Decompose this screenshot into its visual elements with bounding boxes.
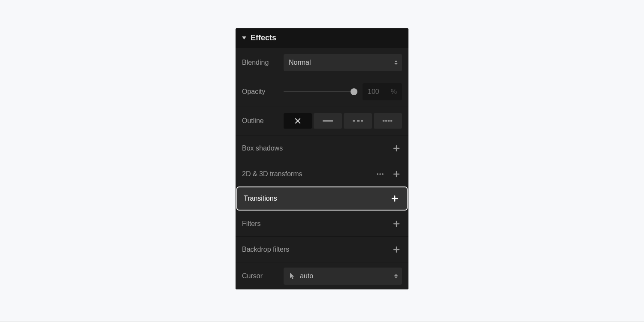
add-backdrop-filter-button[interactable]: [391, 244, 402, 255]
label-outline: Outline: [242, 117, 278, 125]
plus-icon: [391, 195, 398, 202]
cursor-select[interactable]: auto: [284, 268, 402, 285]
outline-dashed-button[interactable]: [344, 113, 372, 129]
section-header-effects[interactable]: Effects: [236, 28, 408, 48]
ellipsis-icon: [376, 171, 384, 178]
row-transitions[interactable]: Transitions: [236, 187, 408, 211]
add-transition-button[interactable]: [389, 193, 400, 204]
opacity-unit: %: [391, 88, 397, 96]
line-dashed-icon: [352, 117, 364, 124]
plus-icon: [393, 220, 400, 227]
svg-point-3: [377, 173, 378, 175]
line-solid-icon: [322, 117, 334, 124]
label-blending: Blending: [242, 59, 278, 66]
cursor-value: auto: [300, 272, 313, 280]
blending-select[interactable]: Normal: [284, 54, 402, 71]
plus-icon: [393, 246, 400, 253]
row-box-shadows[interactable]: Box shadows: [236, 135, 408, 161]
row-outline: Outline: [236, 106, 408, 135]
row-opacity: Opacity 100 %: [236, 77, 408, 106]
x-icon: [294, 117, 301, 124]
plus-icon: [393, 145, 400, 152]
slider-thumb[interactable]: [351, 88, 357, 95]
outline-solid-button[interactable]: [314, 113, 342, 129]
label-backdrop-filters: Backdrop filters: [242, 246, 386, 253]
label-transforms: 2D & 3D transforms: [242, 170, 369, 178]
blending-value: Normal: [289, 59, 311, 66]
label-box-shadows: Box shadows: [242, 144, 386, 152]
row-backdrop-filters[interactable]: Backdrop filters: [236, 236, 408, 262]
row-filters[interactable]: Filters: [236, 211, 408, 236]
outline-style-group: [284, 113, 402, 129]
select-chevrons-icon: [394, 60, 398, 65]
label-opacity: Opacity: [242, 88, 278, 96]
opacity-slider[interactable]: [284, 87, 357, 96]
opacity-value: 100: [368, 88, 379, 96]
add-box-shadow-button[interactable]: [391, 143, 402, 154]
select-chevrons-icon: [394, 274, 398, 278]
opacity-input[interactable]: 100 %: [363, 83, 402, 100]
line-dotted-icon: [382, 117, 394, 124]
label-transitions: Transitions: [244, 195, 384, 202]
label-filters: Filters: [242, 220, 386, 228]
effects-panel: Effects Blending Normal Opacity 100 % Ou…: [236, 28, 408, 289]
outline-none-button[interactable]: [284, 113, 312, 129]
transforms-more-button[interactable]: [375, 169, 386, 180]
row-blending: Blending Normal: [236, 48, 408, 77]
cursor-arrow-icon: [289, 272, 296, 280]
outline-dotted-button[interactable]: [374, 113, 402, 129]
add-filter-button[interactable]: [391, 218, 402, 229]
section-title: Effects: [251, 33, 276, 42]
row-cursor: Cursor auto: [236, 262, 408, 289]
svg-point-5: [382, 173, 384, 175]
row-transforms[interactable]: 2D & 3D transforms: [236, 161, 408, 187]
add-transform-button[interactable]: [391, 169, 402, 180]
slider-track: [284, 91, 357, 92]
svg-point-4: [379, 173, 381, 175]
label-cursor: Cursor: [242, 272, 278, 280]
plus-icon: [393, 171, 400, 178]
caret-down-icon: [242, 36, 246, 39]
